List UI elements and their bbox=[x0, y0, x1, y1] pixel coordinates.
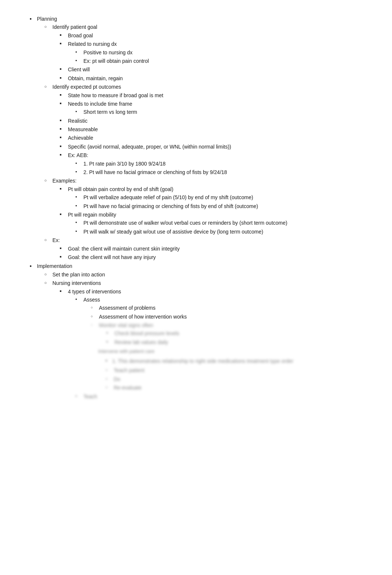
list-item-ex: Ex: Goal: the client will maintain curre… bbox=[44, 236, 370, 261]
list-item-4-types: 4 types of interventions Assess Assessme… bbox=[60, 288, 370, 401]
list-item-ex-pain: Ex: pt will obtain pain control bbox=[75, 57, 370, 65]
ex-label: Ex: bbox=[52, 237, 60, 243]
nursing-dx-sublist: Positive to nursing dx Ex: pt will obtai… bbox=[68, 48, 370, 65]
list-item-obtain: Obtain, maintain, regain bbox=[60, 74, 370, 82]
list-item-implementation: Implementation Set the plan into action … bbox=[30, 262, 370, 401]
examples-label: Examples: bbox=[52, 178, 76, 184]
list-item-pt-rate-pain: 1. Pt rate pain 3/10 by 1800 9/24/18 bbox=[75, 160, 370, 168]
list-item-specific: Specific (avoid normal, adequate, proper… bbox=[60, 143, 370, 151]
expected-outcomes-label: Identify expected pt outcomes bbox=[52, 84, 121, 90]
list-item-assess: Assess Assessment of problems Assessment… bbox=[75, 296, 370, 392]
list-item-walker: Pt will demonstrate use of walker w/out … bbox=[75, 219, 370, 227]
blurred-section: Intervene with patient care ■ 1. This de… bbox=[83, 348, 370, 392]
nursing-interventions-sublist: 4 types of interventions Assess Assessme… bbox=[52, 288, 370, 401]
main-list: Planning Identify patient goal Broad goa… bbox=[22, 15, 370, 401]
ex-sublist: Goal: the client will maintain current s… bbox=[52, 245, 370, 262]
list-item-steady-gait: Pt will walk w/ steady gait w/out use of… bbox=[75, 228, 370, 236]
list-item-assessment-problems: Assessment of problems bbox=[91, 304, 370, 312]
time-frame-sublist: Short term vs long term bbox=[68, 108, 370, 116]
list-item-no-injury: Goal: the client will not have any injur… bbox=[60, 253, 370, 261]
4-types-sublist: Assess Assessment of problems Assessment… bbox=[68, 296, 370, 401]
list-item-achievable: Achievable bbox=[60, 134, 370, 142]
implementation-label: Implementation bbox=[37, 263, 72, 269]
blurred-sub-items: ○ Teach patient ○ Do ○ bbox=[98, 366, 370, 392]
list-item-pain-control-goal: Pt will obtain pain control by end of sh… bbox=[60, 185, 370, 210]
list-item-positive: Positive to nursing dx bbox=[75, 48, 370, 57]
implementation-sublist: Set the plan into action Nursing interve… bbox=[37, 271, 370, 401]
list-item-broad-goal: Broad goal bbox=[60, 31, 370, 40]
list-item-planning: Planning Identify patient goal Broad goa… bbox=[30, 15, 370, 261]
identify-goal-label: Identify patient goal bbox=[52, 24, 97, 30]
list-item-time-frame: Needs to include time frame Short term v… bbox=[60, 100, 370, 116]
list-item-nursing-interventions: Nursing interventions 4 types of interve… bbox=[44, 279, 370, 401]
blurred-item-1: Monitor vital signs often Check blood pr… bbox=[91, 321, 370, 346]
list-item-related-nursing-dx: Related to nursing dx Positive to nursin… bbox=[60, 40, 370, 65]
planning-sublist: Identify patient goal Broad goal Related… bbox=[37, 23, 370, 261]
pain-control-sublist: Pt will verbalize adequate relief of pai… bbox=[68, 193, 370, 210]
blurred-assess-sublist: Monitor vital signs often Check blood pr… bbox=[83, 321, 370, 346]
patient-goal-sublist: Broad goal Related to nursing dx Positiv… bbox=[52, 31, 370, 82]
examples-sublist: Pt will obtain pain control by end of sh… bbox=[52, 185, 370, 236]
list-item-realistic: Realistic bbox=[60, 117, 370, 125]
list-item-expected-outcomes: Identify expected pt outcomes State how … bbox=[44, 83, 370, 176]
blurred-teach: Teach bbox=[75, 392, 370, 401]
list-item-set-plan: Set the plan into action bbox=[44, 271, 370, 279]
list-item-skin-integrity: Goal: the client will maintain current s… bbox=[60, 245, 370, 253]
mobility-sublist: Pt will demonstrate use of walker w/out … bbox=[68, 219, 370, 236]
list-item-pt-facial: 2. Pt will have no facial grimace or cle… bbox=[75, 168, 370, 176]
list-item-no-grimacing: Pt will have no facial grimacing or clen… bbox=[75, 202, 370, 210]
expected-outcomes-sublist: State how to measure if broad goal is me… bbox=[52, 91, 370, 177]
list-item-assessment-intervention: Assessment of how intervention works bbox=[91, 313, 370, 321]
list-item-identify-goal: Identify patient goal Broad goal Related… bbox=[44, 23, 370, 82]
assess-sublist: Assessment of problems Assessment of how… bbox=[83, 304, 370, 321]
blurred-sub-1: Check blood pressure levels Review lab v… bbox=[99, 329, 370, 346]
list-item-state-measure: State how to measure if broad goal is me… bbox=[60, 91, 370, 99]
list-item-short-long: Short term vs long term bbox=[75, 108, 370, 116]
ex-aeb-sublist: 1. Pt rate pain 3/10 by 1800 9/24/18 2. … bbox=[68, 160, 370, 177]
blurred-intervene-list: ■ 1. This demonstrates relationship to r… bbox=[98, 357, 370, 365]
list-item-examples: Examples: Pt will obtain pain control by… bbox=[44, 177, 370, 236]
list-item-regain-mobility: Pt will regain mobility Pt will demonstr… bbox=[60, 211, 370, 236]
list-item-ex-aeb: Ex: AEB: 1. Pt rate pain 3/10 by 1800 9/… bbox=[60, 151, 370, 176]
planning-label: Planning bbox=[37, 16, 57, 22]
list-item-verbalize: Pt will verbalize adequate relief of pai… bbox=[75, 193, 370, 201]
list-item-measureable: Measureable bbox=[60, 125, 370, 133]
list-item-client-will: Client will bbox=[60, 65, 370, 74]
